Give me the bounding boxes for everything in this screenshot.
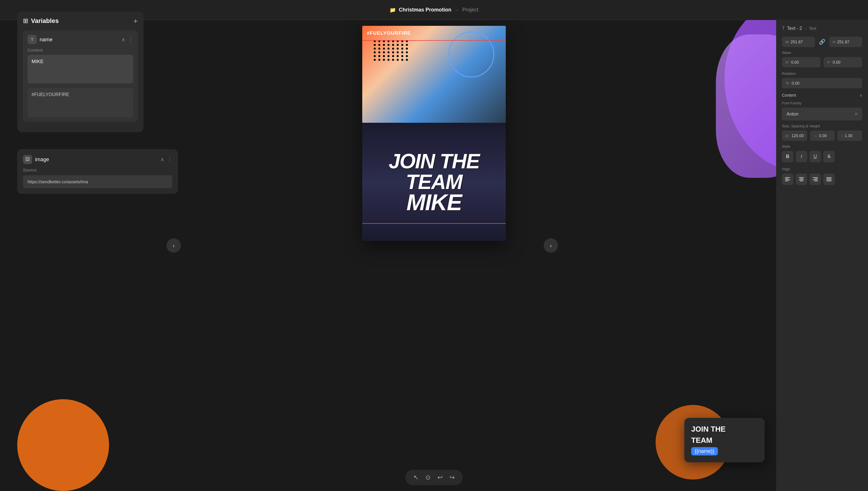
bottom-toolbar: ↖ ⊙ ↩ ↪ bbox=[405, 470, 463, 485]
underline-button[interactable]: U bbox=[809, 151, 821, 162]
name-content-input[interactable]: MIKE bbox=[28, 55, 133, 83]
letter-spacing-value: 0.00 bbox=[819, 133, 827, 138]
align-buttons bbox=[782, 174, 862, 185]
link-proportions-icon[interactable]: 🔗 bbox=[819, 39, 825, 45]
image-group-left: 🖼 image bbox=[23, 155, 49, 164]
size-spacing-label: Size, Spacing & Height bbox=[782, 124, 862, 128]
hashtag-content-input[interactable]: #FUELYOURFIRE bbox=[32, 92, 129, 112]
font-size-value: 120.00 bbox=[791, 133, 804, 138]
font-family-selector[interactable]: Anton × bbox=[782, 108, 862, 120]
font-family-label: Font Family bbox=[782, 101, 862, 105]
strikethrough-button[interactable]: S bbox=[823, 151, 835, 162]
svg-rect-6 bbox=[799, 179, 804, 180]
variable-name-label: name bbox=[39, 37, 53, 43]
content-label: Content bbox=[28, 48, 133, 53]
rotation-label: Rotation bbox=[782, 71, 862, 76]
svg-rect-10 bbox=[813, 179, 818, 180]
poster-join-text: JOIN THE bbox=[362, 151, 506, 172]
svg-rect-7 bbox=[800, 181, 803, 181]
align-center-button[interactable] bbox=[796, 174, 807, 185]
right-panel-separator: – bbox=[804, 26, 807, 31]
font-size-field: A↑ 120.00 bbox=[782, 131, 807, 141]
poster-text-overlay: JOIN THE TEAM MIKE bbox=[362, 151, 506, 213]
design-poster: #FUELYOURFIRE JOIN THE TEAM MIKE bbox=[362, 26, 506, 241]
image-group-actions: ∧ ⋮ bbox=[160, 156, 172, 163]
hashtag-content-area: #FUELYOURFIRE bbox=[28, 88, 133, 117]
right-panel-element-name: Text - 2 bbox=[787, 26, 802, 31]
rotation-section: Rotation ↻ 0.00 bbox=[782, 71, 862, 88]
skew-x-value: 0.00 bbox=[791, 60, 799, 64]
svg-rect-9 bbox=[814, 178, 818, 179]
image-panel: 🖼 image ∧ ⋮ Source bbox=[17, 149, 178, 194]
arrow-tool-icon[interactable]: ↖ bbox=[413, 474, 418, 481]
svg-rect-13 bbox=[826, 178, 832, 179]
svg-rect-15 bbox=[826, 181, 832, 181]
bold-button[interactable]: B bbox=[782, 151, 793, 162]
skew-y-field: Y° 0.00 bbox=[823, 57, 862, 67]
svg-rect-4 bbox=[799, 177, 804, 178]
poster-team-text: TEAM bbox=[362, 172, 506, 192]
svg-rect-14 bbox=[826, 179, 832, 180]
undo-icon[interactable]: ↩ bbox=[437, 474, 443, 481]
image-variable-name: image bbox=[35, 156, 49, 163]
right-panel-header: T Text - 2 – Text bbox=[782, 26, 862, 31]
folder-icon: 📁 bbox=[389, 7, 396, 13]
add-variable-button[interactable]: + bbox=[133, 17, 138, 25]
font-size-icon: A↑ bbox=[785, 134, 790, 138]
align-right-button[interactable] bbox=[809, 174, 821, 185]
content-section-chevron[interactable]: ∧ bbox=[859, 93, 862, 97]
variables-panel: ⊞ Variables + T name ∧ ⋮ Content MIKE #F… bbox=[17, 11, 143, 132]
svg-rect-5 bbox=[800, 178, 803, 179]
variable-group-name-actions: ∧ ⋮ bbox=[121, 36, 133, 43]
more-options-icon[interactable]: ⋮ bbox=[128, 36, 133, 43]
poster-circle-decoration bbox=[449, 32, 494, 78]
poster-name-text: MIKE bbox=[362, 192, 506, 213]
separator: – bbox=[455, 7, 458, 13]
collapse-icon[interactable]: ∧ bbox=[121, 36, 125, 43]
width-field: W 251.87 bbox=[782, 37, 815, 47]
rotation-icon: ↻ bbox=[786, 81, 789, 85]
poster-container: #FUELYOURFIRE JOIN THE TEAM MIKE bbox=[362, 26, 506, 241]
project-name: Christmas Promotion bbox=[399, 7, 451, 13]
poster-top-section: #FUELYOURFIRE bbox=[362, 26, 506, 123]
variables-icon: ⊞ bbox=[23, 17, 28, 25]
image-more-options-icon[interactable]: ⋮ bbox=[167, 156, 172, 163]
panel-header-left: ⊞ Variables bbox=[23, 17, 59, 25]
skew-label: Skew bbox=[782, 51, 862, 55]
variable-type-text-icon: T bbox=[28, 35, 37, 44]
variable-type-image-icon: 🖼 bbox=[23, 155, 32, 164]
panel-header: ⊞ Variables + bbox=[23, 17, 138, 25]
skew-x-label: X° bbox=[785, 60, 789, 64]
svg-rect-11 bbox=[814, 181, 818, 181]
poster-hashtag: #FUELYOURFIRE bbox=[367, 30, 411, 36]
variable-group-name-left: T name bbox=[28, 35, 53, 44]
canvas-nav-right[interactable]: › bbox=[544, 238, 558, 253]
svg-rect-0 bbox=[785, 177, 790, 178]
lasso-tool-icon[interactable]: ⊙ bbox=[425, 474, 431, 481]
svg-rect-8 bbox=[813, 177, 818, 178]
source-url-input[interactable] bbox=[23, 175, 172, 188]
svg-rect-1 bbox=[785, 178, 788, 179]
letter-spacing-field: ↔ 0.00 bbox=[810, 131, 835, 141]
image-group-header: 🖼 image ∧ ⋮ bbox=[23, 155, 172, 164]
content-section-label: Content bbox=[782, 93, 796, 97]
italic-button[interactable]: I bbox=[796, 151, 807, 162]
skew-y-value: 0.00 bbox=[833, 60, 840, 64]
svg-rect-3 bbox=[785, 181, 788, 181]
line-height-field: ↕ 1.30 bbox=[838, 131, 862, 141]
canvas-nav-left[interactable]: ‹ bbox=[166, 238, 181, 253]
preview-text-line2: TEAM bbox=[691, 436, 758, 445]
align-justify-button[interactable] bbox=[823, 174, 835, 185]
skew-section: Skew X° 0.00 Y° 0.00 bbox=[782, 51, 862, 67]
align-left-button[interactable] bbox=[782, 174, 793, 185]
bg-orange-circle-1 bbox=[17, 399, 109, 491]
font-remove-icon[interactable]: × bbox=[855, 111, 858, 117]
text-element-icon: T bbox=[782, 26, 785, 31]
height-label: H bbox=[833, 40, 835, 44]
dimensions-row: W 251.87 🔗 H 251.87 bbox=[782, 37, 862, 47]
image-collapse-icon[interactable]: ∧ bbox=[160, 156, 164, 163]
svg-rect-2 bbox=[785, 179, 790, 180]
redo-icon[interactable]: ↪ bbox=[450, 474, 455, 481]
style-label: Style bbox=[782, 144, 862, 149]
poster-dots-grid bbox=[374, 40, 409, 61]
